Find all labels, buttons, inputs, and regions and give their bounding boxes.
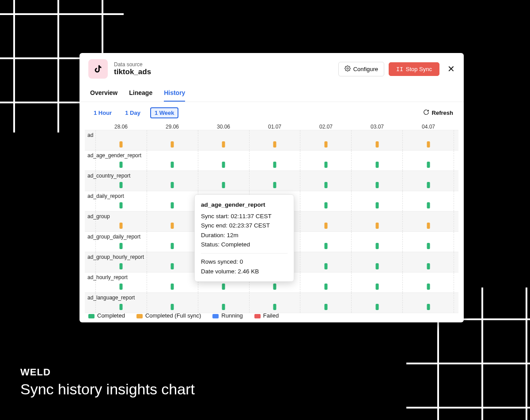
date-header: 02.07: [300, 124, 352, 130]
sync-tick[interactable]: [171, 304, 174, 310]
tiktok-icon: [88, 59, 108, 79]
row-label: ad_language_report: [87, 295, 135, 301]
sync-history-panel: Data source tiktok_ads Configure II Stop…: [80, 53, 464, 322]
range-1-week[interactable]: 1 Week: [150, 107, 179, 118]
caption-text: Sync history insights chart: [20, 381, 195, 398]
chart-legend: Completed Completed (Full sync) Running …: [88, 312, 455, 319]
chart-row: ad_country_report: [85, 171, 458, 191]
sync-tick[interactable]: [273, 141, 276, 148]
sync-tick[interactable]: [222, 182, 225, 188]
tab-history[interactable]: History: [164, 86, 185, 102]
refresh-button[interactable]: Refresh: [423, 109, 453, 117]
row-label: ad_country_report: [87, 173, 130, 179]
sync-tick[interactable]: [324, 243, 327, 249]
sync-tick[interactable]: [324, 202, 327, 208]
sync-tick[interactable]: [427, 162, 430, 168]
sync-tick[interactable]: [427, 141, 430, 148]
sync-tick[interactable]: [324, 304, 327, 310]
sync-tick[interactable]: [222, 141, 225, 148]
sync-tooltip: ad_age_gender_report Sync start: 02:11:3…: [194, 194, 294, 282]
sync-tick[interactable]: [222, 304, 225, 310]
swatch-full: [136, 314, 143, 318]
sync-tick[interactable]: [171, 182, 174, 188]
swatch-failed: [254, 314, 261, 318]
date-header: 28.06: [95, 124, 147, 130]
sync-tick[interactable]: [324, 223, 327, 229]
close-icon[interactable]: ✕: [447, 64, 455, 73]
sync-tick[interactable]: [375, 162, 379, 168]
sync-tick[interactable]: [171, 202, 174, 208]
sync-tick[interactable]: [427, 243, 430, 249]
tab-overview[interactable]: Overview: [90, 86, 117, 102]
sync-tick[interactable]: [171, 141, 174, 148]
sync-tick[interactable]: [324, 141, 327, 148]
sync-chart: 28.0629.0630.0601.0702.0703.0704.07 adad…: [80, 124, 464, 313]
sync-tick[interactable]: [273, 182, 276, 188]
sync-tick[interactable]: [120, 223, 123, 229]
chart-row: ad_language_report: [85, 293, 458, 313]
sync-tick[interactable]: [120, 202, 123, 208]
pause-icon: II: [396, 66, 403, 72]
date-header: 03.07: [352, 124, 403, 130]
sync-tick[interactable]: [120, 304, 123, 310]
sync-tick[interactable]: [427, 182, 430, 188]
sync-tick[interactable]: [171, 162, 174, 168]
sync-tick[interactable]: [171, 223, 174, 229]
date-header: 04.07: [403, 124, 454, 130]
sync-tick[interactable]: [273, 284, 276, 290]
sync-tick[interactable]: [171, 263, 174, 269]
sync-tick[interactable]: [324, 182, 327, 188]
row-label: ad_group: [87, 213, 110, 219]
sync-tick[interactable]: [375, 202, 379, 208]
row-label: ad_age_gender_report: [87, 152, 141, 159]
sync-tick[interactable]: [120, 141, 123, 148]
sync-tick[interactable]: [120, 162, 123, 168]
sync-tick[interactable]: [324, 284, 327, 290]
sync-tick[interactable]: [427, 263, 430, 269]
range-1-hour[interactable]: 1 Hour: [90, 108, 115, 117]
sync-tick[interactable]: [171, 243, 174, 249]
sync-tick[interactable]: [375, 284, 379, 290]
configure-button[interactable]: Configure: [338, 62, 384, 76]
sync-tick[interactable]: [375, 141, 379, 148]
date-header: 29.06: [147, 124, 198, 130]
swatch-completed: [88, 314, 95, 318]
sync-tick[interactable]: [324, 263, 327, 269]
row-label: ad_group_hourly_report: [87, 254, 144, 260]
sync-tick[interactable]: [222, 284, 225, 290]
sync-tick[interactable]: [375, 304, 379, 310]
sync-tick[interactable]: [324, 162, 327, 168]
sync-tick[interactable]: [375, 182, 379, 188]
swatch-running: [212, 314, 219, 318]
sync-tick[interactable]: [120, 263, 123, 269]
row-label: ad: [87, 132, 93, 138]
sync-tick[interactable]: [375, 223, 379, 229]
data-source-title: tiktok_ads: [114, 68, 151, 76]
gear-icon: [344, 65, 351, 73]
sync-tick[interactable]: [427, 223, 430, 229]
tab-lineage[interactable]: Lineage: [129, 86, 152, 102]
date-header: 30.06: [198, 124, 249, 130]
sync-tick[interactable]: [375, 263, 379, 269]
sync-tick[interactable]: [222, 162, 225, 168]
sync-tick[interactable]: [273, 304, 276, 310]
chart-row: ad_age_gender_report: [85, 151, 458, 171]
row-label: ad_daily_report: [87, 193, 124, 199]
page-caption: WELD Sync history insights chart: [20, 367, 195, 398]
sync-tick[interactable]: [427, 202, 430, 208]
row-label: ad_group_daily_report: [87, 234, 140, 240]
sync-tick[interactable]: [171, 284, 174, 290]
sync-tick[interactable]: [120, 284, 123, 290]
date-header: 01.07: [249, 124, 300, 130]
svg-point-0: [347, 68, 348, 69]
stop-sync-button[interactable]: II Stop Sync: [389, 62, 439, 76]
sync-tick[interactable]: [273, 162, 276, 168]
sync-tick[interactable]: [427, 284, 430, 290]
sync-tick[interactable]: [120, 182, 123, 188]
row-label: ad_hourly_report: [87, 274, 128, 280]
sync-tick[interactable]: [427, 304, 430, 310]
sync-tick[interactable]: [375, 243, 379, 249]
brand-logo: WELD: [20, 367, 195, 378]
range-1-day[interactable]: 1 Day: [121, 108, 144, 117]
sync-tick[interactable]: [120, 243, 123, 249]
